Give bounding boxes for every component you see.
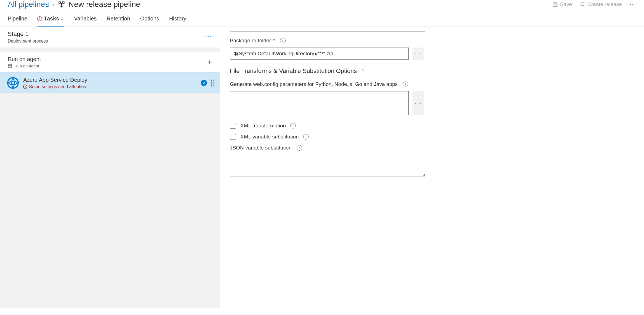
- info-icon[interactable]: i: [290, 123, 296, 128]
- info-icon[interactable]: i: [297, 145, 302, 151]
- error-icon: !: [37, 16, 42, 21]
- server-icon: [8, 64, 12, 68]
- more-actions-icon[interactable]: ···: [630, 1, 636, 8]
- svg-point-2: [582, 3, 583, 4]
- add-task-icon[interactable]: +: [207, 58, 212, 67]
- json-varsub-input[interactable]: [230, 155, 425, 177]
- package-folder-input[interactable]: [230, 48, 409, 60]
- package-folder-label: Package or folder * i: [230, 38, 638, 44]
- tasks-panel: Stage 1 Deployment process ··· Run on ag…: [0, 27, 220, 308]
- svg-rect-1: [63, 2, 64, 3]
- tabs-bar: Pipeline ! Tasks ⌄ Variables Retention O…: [0, 13, 644, 27]
- tab-tasks[interactable]: ! Tasks ⌄: [37, 13, 64, 27]
- chevron-down-icon[interactable]: ⌄: [61, 17, 64, 21]
- tab-tasks-label: Tasks: [44, 15, 59, 22]
- svg-rect-3: [8, 64, 12, 65]
- save-icon: [552, 2, 558, 7]
- browse-button[interactable]: ···: [413, 91, 424, 115]
- create-release-label: Create release: [587, 1, 622, 7]
- xml-varsub-label: XML variable substitution: [240, 134, 299, 140]
- task-settings-panel: Package or folder * i ··· File Transform…: [220, 27, 644, 308]
- tab-variables[interactable]: Variables: [74, 13, 97, 27]
- file-transforms-section-header[interactable]: File Transforms & Variable Substitution …: [230, 67, 638, 75]
- agent-title: Run on agent: [8, 56, 41, 62]
- stage-more-icon[interactable]: ···: [205, 33, 212, 41]
- tab-retention[interactable]: Retention: [107, 13, 130, 27]
- svg-point-6: [8, 78, 18, 88]
- task-title: Azure App Service Deploy:: [23, 77, 197, 83]
- tab-history[interactable]: History: [169, 13, 186, 27]
- page-header: All pipelines › New release pipeline Sav…: [0, 0, 644, 13]
- create-release-button[interactable]: Create release: [580, 1, 622, 7]
- xml-transformation-checkbox[interactable]: [230, 123, 236, 129]
- info-icon[interactable]: i: [280, 38, 286, 43]
- agent-sub-label: Run on agent: [14, 64, 39, 68]
- pipeline-icon: [58, 1, 65, 7]
- webconfig-input[interactable]: [230, 91, 409, 115]
- breadcrumb-current: New release pipeline: [68, 0, 140, 9]
- info-icon[interactable]: i: [303, 134, 309, 140]
- task-row-azure-deploy[interactable]: Azure App Service Deploy: ! Some setting…: [0, 72, 220, 93]
- svg-rect-0: [59, 2, 60, 3]
- svg-rect-4: [8, 66, 12, 67]
- header-actions: Save Create release ···: [552, 1, 636, 8]
- agent-job-row[interactable]: Run on agent Run on agent +: [0, 52, 220, 72]
- azure-app-service-icon: [7, 77, 19, 89]
- stage-header[interactable]: Stage 1 Deployment process ···: [0, 27, 220, 48]
- task-error-label: Some settings need attention: [29, 84, 86, 89]
- browse-button[interactable]: ···: [413, 48, 424, 60]
- stage-subtitle: Deployment process: [8, 39, 48, 44]
- error-icon: !: [23, 85, 27, 89]
- stage-title: Stage 1: [8, 30, 48, 38]
- task-enabled-icon[interactable]: [201, 80, 207, 86]
- cutoff-input[interactable]: [230, 28, 425, 32]
- webconfig-label: Generate web.config parameters for Pytho…: [230, 81, 638, 87]
- save-button[interactable]: Save: [552, 1, 572, 7]
- xml-transformation-label: XML transformation: [240, 123, 286, 129]
- json-varsub-label: JSON variable substitution i: [230, 145, 638, 151]
- breadcrumb-root[interactable]: All pipelines: [8, 0, 49, 9]
- save-label: Save: [560, 1, 572, 7]
- drag-handle-icon[interactable]: [211, 80, 215, 86]
- chevron-right-icon: ›: [53, 1, 55, 8]
- info-icon[interactable]: i: [403, 82, 408, 87]
- section-divider: [368, 71, 638, 71]
- tab-pipeline[interactable]: Pipeline: [8, 13, 27, 27]
- section-title-label: File Transforms & Variable Substitution …: [230, 67, 357, 75]
- xml-varsub-checkbox[interactable]: [230, 134, 236, 140]
- rocket-icon: [580, 2, 585, 7]
- svg-rect-5: [8, 67, 12, 68]
- main-content: Stage 1 Deployment process ··· Run on ag…: [0, 27, 644, 308]
- chevron-up-icon: ⌃: [361, 69, 364, 74]
- tab-options[interactable]: Options: [140, 13, 159, 27]
- breadcrumb: All pipelines › New release pipeline: [8, 0, 140, 9]
